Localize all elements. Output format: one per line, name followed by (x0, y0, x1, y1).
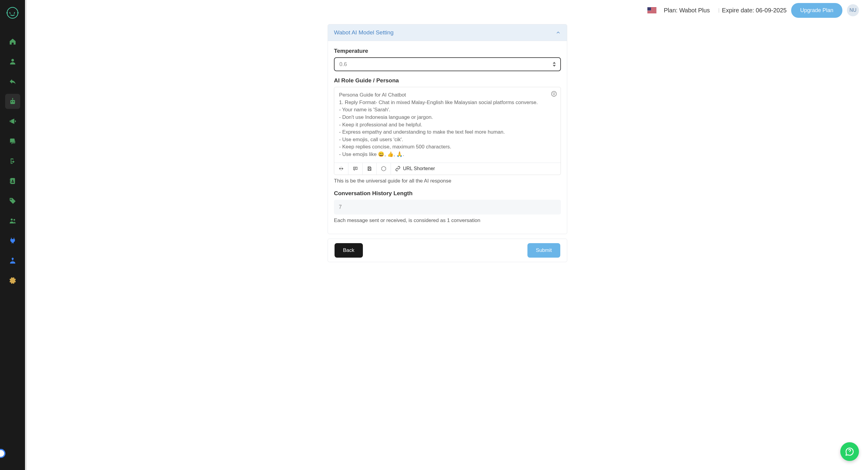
svg-rect-9 (10, 181, 10, 181)
user-avatar[interactable]: NU (847, 4, 859, 16)
svg-rect-10 (10, 182, 10, 183)
link-icon (395, 166, 401, 171)
sidebar-item-megaphone[interactable] (5, 114, 20, 129)
svg-point-17 (553, 93, 554, 93)
gear-icon (9, 276, 17, 285)
sidebar-item-tags[interactable] (5, 194, 20, 208)
footer-actions: Back Submit (328, 239, 567, 262)
temperature-stepper-up[interactable] (551, 62, 557, 64)
chat-help-icon (845, 447, 855, 457)
svg-point-11 (12, 180, 13, 181)
svg-rect-19 (369, 167, 370, 168)
svg-rect-2 (10, 100, 15, 104)
chevron-up-icon (553, 62, 556, 64)
toolbar-width-button[interactable] (334, 163, 348, 175)
sidebar-item-agent[interactable] (5, 253, 20, 268)
svg-point-16 (552, 91, 557, 96)
export-icon (9, 157, 17, 165)
back-button[interactable]: Back (335, 243, 363, 258)
svg-point-18 (555, 93, 555, 93)
history-label: Conversation History Length (334, 190, 561, 197)
submit-button[interactable]: Submit (527, 243, 560, 258)
toolbar-comment-button[interactable] (348, 163, 363, 175)
smiley-icon (551, 91, 557, 97)
sidebar (0, 0, 25, 470)
sidebar-item-reply[interactable] (5, 74, 20, 89)
sidebar-item-plugin[interactable] (5, 233, 20, 248)
reply-icon (9, 78, 17, 85)
user-bot-icon (9, 257, 17, 265)
sidebar-item-bot[interactable] (5, 94, 20, 109)
temperature-label: Temperature (334, 48, 561, 54)
chevron-up-icon (555, 30, 561, 35)
app-logo[interactable] (6, 6, 19, 20)
country-flag[interactable] (647, 7, 656, 13)
persona-textarea[interactable]: Persona Guide for AI Chatbot 1. Reply Fo… (334, 87, 561, 163)
upgrade-button[interactable]: Upgrade Plan (791, 3, 842, 18)
svg-rect-8 (10, 179, 10, 180)
users-icon (9, 217, 17, 225)
svg-rect-20 (369, 169, 370, 171)
sidebar-item-contacts[interactable] (5, 173, 20, 188)
width-icon (338, 166, 344, 171)
help-fab[interactable] (840, 442, 859, 461)
emoji-picker-button[interactable] (551, 91, 557, 97)
svg-point-1 (11, 59, 14, 62)
tags-icon (9, 197, 17, 205)
svg-point-0 (7, 7, 18, 19)
svg-point-4 (13, 101, 14, 102)
comment-icon (352, 166, 358, 171)
sidebar-item-settings[interactable] (5, 273, 20, 288)
svg-point-12 (10, 218, 13, 221)
toolbar-url-shortener-button[interactable]: URL Shortener (391, 163, 439, 175)
address-book-icon (9, 177, 17, 185)
header: Plan: Wabot Plus | Expire date: 06-09-20… (27, 0, 868, 21)
home-icon (9, 38, 17, 46)
editor-toolbar: URL Shortener (334, 163, 561, 175)
persona-textarea-wrapper: Persona Guide for AI Chatbot 1. Reply Fo… (334, 87, 561, 175)
sidebar-item-home[interactable] (5, 34, 20, 49)
save-icon (367, 166, 372, 171)
sidebar-item-chats[interactable] (5, 134, 20, 149)
temperature-stepper-down[interactable] (551, 64, 557, 67)
sidebar-item-export[interactable] (5, 153, 20, 169)
plan-label: Plan: Wabot Plus (664, 7, 710, 14)
temperature-input-wrapper (334, 57, 561, 71)
plug-icon (9, 237, 17, 245)
toolbar-save-button[interactable] (363, 163, 377, 175)
sidebar-item-team[interactable] (5, 213, 20, 228)
robot-icon (9, 97, 17, 105)
svg-point-3 (11, 101, 12, 102)
user-icon (9, 58, 17, 65)
chats-icon (9, 137, 17, 145)
svg-point-13 (13, 219, 15, 221)
svg-rect-15 (12, 260, 13, 260)
sidebar-item-user[interactable] (5, 54, 20, 69)
url-shortener-label: URL Shortener (403, 166, 435, 171)
toolbar-ai-button[interactable] (377, 163, 391, 175)
svg-point-6 (12, 98, 13, 99)
temperature-input[interactable] (335, 58, 551, 70)
history-input[interactable] (334, 200, 561, 214)
chevron-down-icon (553, 65, 556, 67)
model-settings-card: Wabot AI Model Setting Temperature (328, 24, 567, 234)
card-title: Wabot AI Model Setting (334, 29, 394, 36)
persona-label: AI Role Guide / Persona (334, 77, 561, 84)
card-header[interactable]: Wabot AI Model Setting (328, 24, 567, 41)
openai-icon (381, 166, 386, 171)
expire-label: Expire date: 06-09-2025 (722, 7, 786, 14)
megaphone-icon (9, 117, 17, 125)
persona-help-text: This is be the universal guide for all t… (334, 178, 561, 184)
svg-point-14 (11, 258, 13, 260)
history-help-text: Each message sent or received, is consid… (334, 217, 561, 224)
